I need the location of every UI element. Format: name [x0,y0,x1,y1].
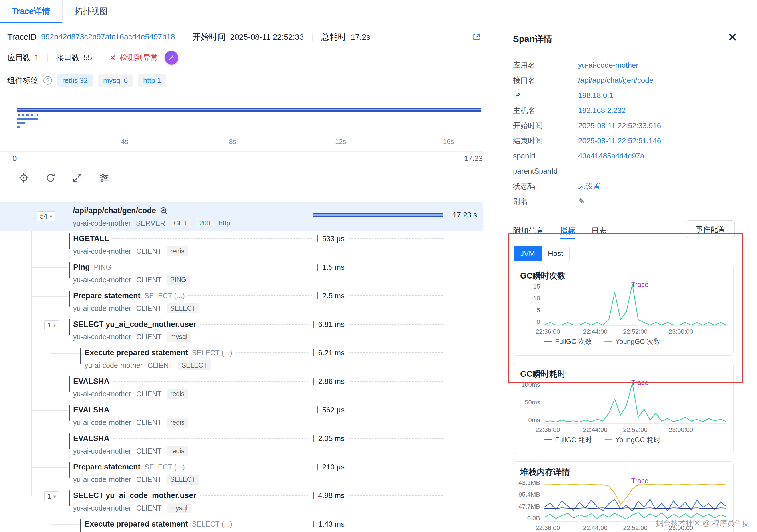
field-label: 开始时间 [513,121,578,131]
panel-tab-日志[interactable]: 日志 [591,223,607,239]
tree-elbow-line [51,353,79,353]
locate-icon[interactable] [18,172,29,183]
divider [47,53,48,62]
span-row-content: Execute prepared statementSELECT (...)6.… [84,347,443,371]
toggle-jvm[interactable]: JVM [514,246,542,261]
span-app-name: yu-ai-code-mother [73,219,131,228]
span-time-marker [317,235,318,242]
span-tag-select: SELECT [178,360,211,371]
component-tag-http[interactable]: http 1 [138,74,166,87]
span-app-name: yu-ai-code-mother [73,504,131,512]
span-field-row: 主机名192.168.2.232 [513,103,757,118]
edit-icon[interactable]: ✎ [578,197,585,206]
minimap-axis-tick: 8s [229,138,236,146]
duration-dash-line [200,495,308,496]
panel-tab-指标[interactable]: 指标 [560,223,575,239]
trace-id-value[interactable]: 992b42d873c2b97afc16acd4e5497b18 [41,33,175,42]
span-name: /api/app/chat/gen/code [73,206,156,215]
ai-diagnose-button[interactable] [165,51,178,65]
trace-stats: 应用数 1 接口数 55 ✕ 检测到异常 [8,47,486,69]
trace-marker-line [640,291,641,325]
duration-dash-line [348,495,443,496]
span-protocol-link[interactable]: http [219,219,230,227]
span-fields: 应用名yu-ai-code-mother接口名/api/app/chat/gen… [513,58,757,209]
span-tag-select: SELECT [167,303,199,313]
child-count-pill[interactable]: 1▾ [44,491,59,501]
component-tag-mysql[interactable]: mysql 6 [98,74,133,87]
span-app-name: yu-ai-code-mother [73,304,131,313]
toggle-host[interactable]: Host [542,246,570,261]
zoom-in-icon[interactable] [159,206,168,215]
span-duration: 1.43 ms [318,520,345,529]
field-value[interactable]: 43a41485a4d4e97a [578,152,644,160]
span-tag-select: SELECT [167,475,199,485]
waterfall-row[interactable]: 1▾SELECT yu_ai_code_mother.user4.98 msyu… [0,488,483,517]
filter-settings-icon[interactable] [99,172,110,183]
event-config-button[interactable]: 事件配置 [686,220,735,238]
help-icon[interactable]: ? [44,76,52,85]
field-value[interactable]: 198.18.0.1 [578,91,613,100]
anomaly-detected: ✕ 检测到异常 [109,52,158,63]
waterfall-row[interactable]: 1▾SELECT yu_ai_code_mother.user6.81 msyu… [0,317,483,345]
span-subtitle-line: yu-ai-code-motherCLIENTPING [73,274,443,285]
panel-tab-附加信息[interactable]: 附加信息 [513,223,544,239]
span-subtitle-line: yu-ai-code-motherCLIENTSELECT [84,360,443,371]
component-tag-redis[interactable]: redis 32 [57,74,93,87]
waterfall-row[interactable]: Prepare statementSELECT (...)2.5 msyu-ai… [0,288,483,317]
y-tick-label: 0.0B [527,515,540,522]
waterfall-row[interactable]: Prepare statementSELECT (...)210 µsyu-ai… [0,460,483,488]
waterfall-row[interactable]: Execute prepared statementSELECT (...)6.… [0,345,483,374]
trace-minimap[interactable]: 4s8s12s16s 0 17.23 [0,99,486,165]
span-time-marker [313,349,314,356]
span-app-name: yu-ai-code-mother [73,418,131,427]
waterfall-row[interactable]: PingPING1.5 msyu-ai-code-motherCLIENTPIN… [0,260,483,288]
field-value[interactable]: 2025-08-11 22:52:51.146 [578,136,661,145]
span-title-line: EVALSHA2.86 ms [73,375,443,388]
legend-label: YoungGC 耗时 [615,435,660,444]
span-name: HGETALL [73,234,109,243]
y-tick-label: 0ms [528,416,540,424]
child-count-pill[interactable]: 54▾ [37,211,55,221]
y-tick-label: 15 [533,283,540,290]
refresh-icon[interactable] [45,172,56,183]
legend-item[interactable]: YoungGC 耗时 [604,435,660,444]
legend-item[interactable]: FullGC 耗时 [544,435,592,444]
field-value[interactable]: yu-ai-code-mother [578,61,638,70]
trace-pane: TraceID 992b42d873c2b97afc16acd4e5497b18… [0,23,486,532]
field-value[interactable]: 192.168.2.232 [578,106,625,115]
field-value[interactable]: 2025-08-11 22:52:33.916 [578,121,661,130]
waterfall-row[interactable]: HGETALL533 µsyu-ai-code-motherCLIENTredi… [0,231,483,260]
minimap-axis [9,135,481,135]
tab-trace-detail[interactable]: Trace详情 [0,0,63,22]
minimap-span-mark [18,114,20,116]
waterfall-row[interactable]: EVALSHA562 µsyu-ai-code-motherCLIENTredi… [0,403,483,431]
span-detail-panel: Span详情 ✕ 应用名yu-ai-code-mother接口名/api/app… [508,23,757,532]
tree-elbow-line [31,324,44,325]
root-span-bar[interactable] [313,212,443,217]
waterfall-row[interactable]: Execute prepared statementSELECT (...)1.… [0,517,483,532]
tab-topology-view[interactable]: 拓扑视图 [63,0,120,22]
external-link-icon[interactable] [472,33,481,42]
span-field-row: 状态码未设置 [513,179,757,194]
span-row-content: Execute prepared statementSELECT (...)1.… [84,518,443,532]
span-tag-redis: redis [167,446,188,456]
field-value[interactable]: /api/app/chat/gen/code [578,76,653,85]
api-count-label: 接口数 [56,52,79,63]
span-title-line: SELECT yu_ai_code_mother.user4.98 ms [73,489,443,502]
span-field-row: IP198.18.0.1 [513,88,757,103]
legend-item[interactable]: YoungGC 次数 [604,337,660,346]
waterfall-row[interactable]: EVALSHA2.05 msyu-ai-code-motherCLIENTred… [0,431,483,460]
waterfall-row[interactable]: 54▾/api/app/chat/gen/codeyu-ai-code-moth… [0,202,483,231]
span-duration: 6.81 ms [318,320,345,329]
child-count-pill[interactable]: 1▾ [44,320,59,330]
legend-item[interactable]: FullGC 次数 [544,337,592,346]
span-title-line: Execute prepared statementSELECT (...)1.… [84,518,443,530]
span-indicator-bar [69,319,70,335]
expand-icon[interactable] [72,172,83,183]
x-tick-label: 22:44:00 [583,426,608,434]
field-value[interactable]: 未设置 [578,181,600,191]
span-time-marker [317,292,318,299]
close-icon[interactable]: ✕ [728,31,738,43]
duration-dash-line [188,467,312,467]
waterfall-row[interactable]: EVALSHA2.86 msyu-ai-code-motherCLIENTred… [0,374,483,403]
